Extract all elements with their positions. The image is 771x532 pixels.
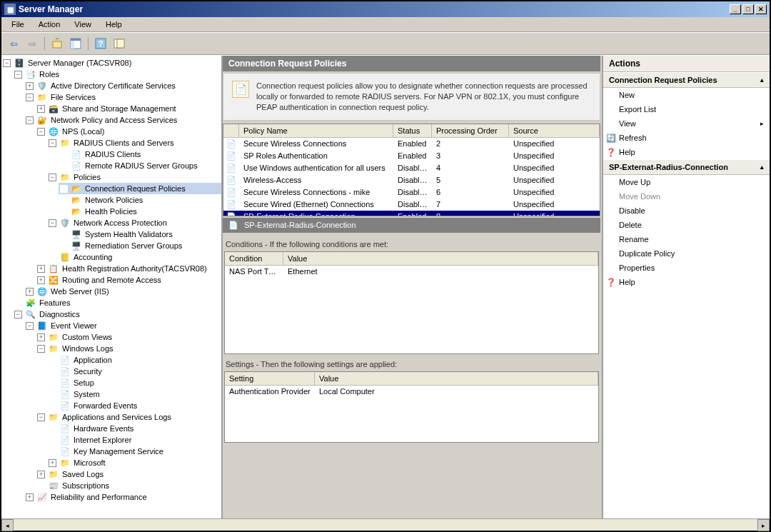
actions-group-2[interactable]: SP-Externat-Radius-Connection▴ xyxy=(603,159,770,175)
action-move-up[interactable]: Move Up xyxy=(603,175,770,189)
scroll-left-button[interactable]: ◂ xyxy=(1,519,14,531)
tree-nap[interactable]: −🛡️Network Access Protection xyxy=(47,217,221,229)
tree-npas[interactable]: −🔐Network Policy and Access Services xyxy=(24,114,221,126)
tree-shv[interactable]: 🖥️System Health Validators xyxy=(59,229,221,240)
settings-grid[interactable]: Setting Value Authentication ProviderLoc… xyxy=(224,371,599,443)
tree-saved-logs[interactable]: +📁Saved Logs xyxy=(36,468,221,480)
action-new[interactable]: New xyxy=(603,88,770,102)
navigation-tree[interactable]: −🗄️Server Manager (TACSVR08) −📑Roles +🛡️… xyxy=(1,56,223,518)
tree-roles[interactable]: −📑Roles xyxy=(13,69,221,80)
actions-title: Actions xyxy=(603,56,770,72)
titlebar[interactable]: ▦ Server Manager _ □ ✕ xyxy=(1,1,770,17)
col-condition[interactable]: Condition xyxy=(225,252,283,265)
policy-row[interactable]: 📄 SP-Externat-Radius-Connection Enabled … xyxy=(223,211,600,216)
policy-row[interactable]: 📄 SP Roles Authentication Enabled 3 Unsp… xyxy=(223,150,600,162)
policy-row[interactable]: 📄 Use Windows authentication for all use… xyxy=(223,162,600,174)
back-button[interactable]: ⇦ xyxy=(6,36,21,51)
svg-rect-0 xyxy=(53,41,61,48)
tree-windows-logs[interactable]: −📁Windows Logs xyxy=(36,343,221,354)
tree-remote-radius[interactable]: 📄Remote RADIUS Server Groups xyxy=(59,160,221,171)
action-delete[interactable]: Delete xyxy=(603,218,770,232)
minimize-button[interactable]: _ xyxy=(730,4,741,14)
collapse-icon: ▴ xyxy=(760,76,764,84)
menu-action[interactable]: Action xyxy=(31,19,68,30)
tree-event-viewer[interactable]: −📘Event Viewer xyxy=(24,320,221,331)
actions-group-1[interactable]: Connection Request Policies▴ xyxy=(603,72,770,88)
action-refresh[interactable]: 🔄Refresh xyxy=(603,131,770,145)
window-title: Server Manager xyxy=(19,4,730,14)
help-button[interactable]: ? xyxy=(93,36,109,51)
tree-hw-events[interactable]: 📄Hardware Events xyxy=(47,423,221,434)
tree-nps-local[interactable]: −🌐NPS (Local) xyxy=(36,126,221,137)
menu-view[interactable]: View xyxy=(67,19,99,30)
policy-row[interactable]: 📄 Wireless-Access Disabled 5 Unspecified xyxy=(223,174,600,186)
tree-accounting[interactable]: 📒Accounting xyxy=(47,251,221,263)
menu-file[interactable]: File xyxy=(4,19,31,30)
menu-help[interactable]: Help xyxy=(99,19,129,30)
action-properties[interactable]: Properties xyxy=(603,261,770,275)
col-order[interactable]: Processing Order xyxy=(432,124,509,137)
action-rename[interactable]: Rename xyxy=(603,232,770,246)
tree-subscriptions[interactable]: 📰Subscriptions xyxy=(36,480,221,491)
tree-share-storage[interactable]: +🗃️Share and Storage Management xyxy=(36,103,221,114)
tree-rsg[interactable]: 🖥️Remediation Server Groups xyxy=(59,240,221,251)
tree-root[interactable]: −🗄️Server Manager (TACSVR08) xyxy=(1,57,221,69)
action-disable[interactable]: Disable xyxy=(603,204,770,218)
tree-microsoft[interactable]: +📁Microsoft xyxy=(47,457,221,468)
policy-row[interactable]: 📄 Secure Wireless Connections - mike Dis… xyxy=(223,186,600,199)
tree-web-server[interactable]: +🌐Web Server (IIS) xyxy=(24,286,221,297)
forward-button[interactable]: ⇨ xyxy=(24,36,40,51)
setting-row[interactable]: Authentication ProviderLocal Computer xyxy=(225,386,598,398)
collapse-icon: ▴ xyxy=(760,164,764,171)
tree-log-application[interactable]: 📄Application xyxy=(47,354,221,366)
col-source[interactable]: Source xyxy=(509,124,600,137)
panel-title: Connection Request Policies xyxy=(223,56,600,71)
policy-row[interactable]: 📄 Secure Wired (Ethernet) Connections Di… xyxy=(223,199,600,211)
tree-log-system[interactable]: 📄System xyxy=(47,388,221,400)
action-help[interactable]: ❓Help xyxy=(603,145,770,159)
tree-connection-request-policies[interactable]: 📂Connection Request Policies xyxy=(59,183,221,194)
col-set-value[interactable]: Value xyxy=(315,372,598,385)
settings-label: Settings - Then the following settings a… xyxy=(223,354,600,371)
tree-ie[interactable]: 📄Internet Explorer xyxy=(47,434,221,446)
svg-rect-2 xyxy=(71,39,81,41)
tree-network-policies[interactable]: 📂Network Policies xyxy=(59,194,221,206)
tree-app-svc-logs[interactable]: −📁Applications and Services Logs xyxy=(36,411,221,423)
col-cond-value[interactable]: Value xyxy=(283,252,598,265)
tree-rras[interactable]: +🔀Routing and Remote Access xyxy=(36,274,221,286)
condition-row[interactable]: NAS Port TypeEthernet xyxy=(225,266,598,278)
tree-radius-clients[interactable]: 📄RADIUS Clients xyxy=(59,149,221,160)
col-setting[interactable]: Setting xyxy=(225,372,315,385)
tree-custom-views[interactable]: +📁Custom Views xyxy=(36,331,221,343)
maximize-button[interactable]: □ xyxy=(742,4,754,14)
up-button[interactable] xyxy=(49,36,65,51)
action-view[interactable]: View xyxy=(603,116,770,131)
action-help[interactable]: ❓Help xyxy=(603,275,770,289)
tree-log-security[interactable]: 📄Security xyxy=(47,366,221,377)
action-duplicate-policy[interactable]: Duplicate Policy xyxy=(603,246,770,261)
show-hide-tree-button[interactable] xyxy=(68,36,84,51)
tree-file-services[interactable]: −📁File Services xyxy=(24,91,221,103)
tree-features[interactable]: 🧩Features xyxy=(13,297,221,308)
scroll-right-button[interactable]: ▸ xyxy=(757,519,770,531)
tree-reliability[interactable]: +📈Reliability and Performance xyxy=(24,491,221,503)
close-button[interactable]: ✕ xyxy=(755,4,767,14)
tree-diagnostics[interactable]: −🔍Diagnostics xyxy=(13,308,221,320)
action-export-list[interactable]: Export List xyxy=(603,102,770,116)
tree-log-setup[interactable]: 📄Setup xyxy=(47,377,221,388)
policy-row[interactable]: 📄 Secure Wireless Connections Enabled 2 … xyxy=(223,138,600,150)
actions-panel: Actions Connection Request Policies▴ New… xyxy=(602,56,770,518)
col-status[interactable]: Status xyxy=(393,124,432,137)
properties-button[interactable] xyxy=(111,36,127,51)
tree-adcs[interactable]: +🛡️Active Directory Certificate Services xyxy=(24,80,221,91)
conditions-grid[interactable]: Condition Value NAS Port TypeEthernet xyxy=(224,251,599,354)
tree-policies[interactable]: −📁Policies xyxy=(47,171,221,183)
tree-health-policies[interactable]: 📂Health Policies xyxy=(59,206,221,217)
tree-kms[interactable]: 📄Key Management Service xyxy=(47,446,221,457)
tree-radius-cs[interactable]: −📁RADIUS Clients and Servers xyxy=(47,137,221,149)
col-policy-name[interactable]: Policy Name xyxy=(239,124,393,137)
tree-hra[interactable]: +📋Health Registration Authority(TACSVR08… xyxy=(36,263,221,274)
policy-grid[interactable]: Policy Name Status Processing Order Sour… xyxy=(223,124,600,216)
horizontal-scrollbar[interactable]: ◂ ▸ xyxy=(1,518,770,531)
tree-log-forwarded[interactable]: 📄Forwarded Events xyxy=(47,400,221,411)
